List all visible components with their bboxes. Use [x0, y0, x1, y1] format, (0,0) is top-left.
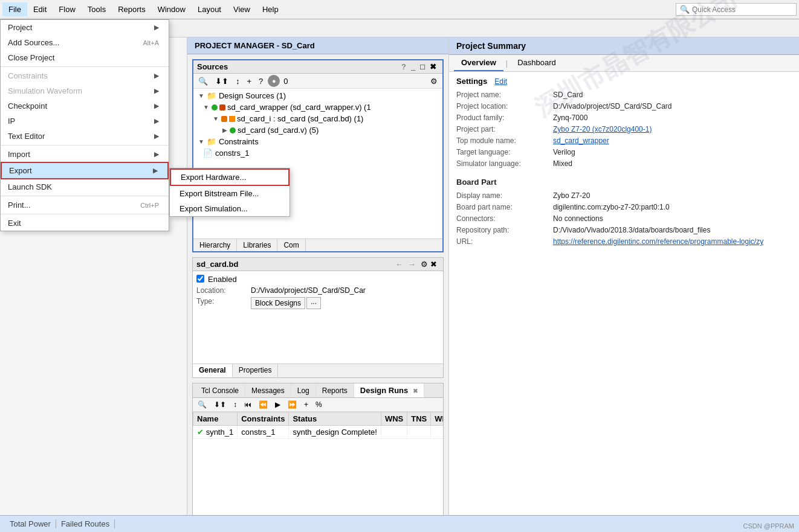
fm-add-sources[interactable]: Add Sources... Alt+A — [1, 35, 169, 50]
constrs-1-item[interactable]: 📄 constrs_1 — [193, 147, 442, 159]
sources-panel: Sources ? _ □ ✖ 🔍 ⬇⬆ ↕ + ? ● 0 ⚙ ▼ 📁 — [192, 59, 444, 252]
project-name-value: SD_Card — [553, 91, 583, 99]
sources-tab-hierarchy[interactable]: Hierarchy — [193, 239, 237, 251]
status-bottom: Total Power Failed Routes — [0, 515, 799, 532]
fm-close-project[interactable]: Close Project — [1, 50, 169, 65]
project-location-value: D:/Vivado/project/SD_Card/SD_Card — [553, 102, 672, 111]
bd-tab-properties[interactable]: Properties — [233, 364, 279, 377]
repo-path-row: Repository path: D:/Vivado/Vivado/2018.3… — [456, 226, 792, 234]
bt-add-btn[interactable]: + — [302, 399, 311, 410]
quick-access-input[interactable] — [692, 5, 792, 14]
bd-nav-forward[interactable]: → — [408, 260, 416, 269]
sources-search-btn[interactable]: 🔍 — [196, 75, 210, 87]
export-bitstream[interactable]: Export Bitstream File... — [170, 186, 290, 201]
bd-nav-back[interactable]: ← — [395, 260, 403, 269]
sources-close-icon[interactable]: ✖ — [430, 62, 436, 71]
sources-add-btn[interactable]: + — [245, 75, 254, 87]
fm-sep-4 — [1, 214, 169, 214]
menu-flow[interactable]: Flow — [53, 2, 81, 16]
fm-export[interactable]: Export ▶ — [1, 162, 169, 179]
tab-reports[interactable]: Reports — [316, 384, 354, 397]
fm-launch-sdk[interactable]: Launch SDK — [1, 179, 169, 194]
fm-checkpoint[interactable]: Checkpoint ▶ — [1, 98, 169, 114]
tab-design-runs[interactable]: Design Runs ✖ — [354, 383, 424, 397]
card-item[interactable]: ▶ sd_card (sd_card.v) (5) — [193, 124, 442, 136]
sources-info-btn[interactable]: ? — [256, 75, 265, 87]
fm-print[interactable]: Print... Ctrl+P — [1, 197, 169, 213]
product-family-label: Product family: — [456, 114, 553, 122]
fm-project[interactable]: Project ▶ — [1, 20, 169, 35]
bt-search-btn[interactable]: 🔍 — [195, 399, 209, 410]
menu-help[interactable]: Help — [256, 2, 285, 16]
sources-settings-btn[interactable]: ⚙ — [428, 75, 440, 87]
sources-collapse-btn[interactable]: ⬇⬆ — [213, 75, 231, 87]
bt-prev-btn[interactable]: ⏪ — [256, 399, 270, 410]
summary-tab-dashboard[interactable]: Dashboard — [510, 55, 563, 71]
design-sources-group[interactable]: ▼ 📁 Design Sources (1) — [193, 90, 442, 101]
menu-window[interactable]: Window — [152, 2, 192, 16]
tab-tcl-console[interactable]: Tcl Console — [195, 384, 245, 397]
sources-tab-libraries[interactable]: Libraries — [237, 239, 277, 251]
bt-percent-btn[interactable]: % — [313, 399, 325, 410]
bt-filter-btn[interactable]: ↕ — [231, 399, 239, 410]
bd-settings-btn[interactable]: ⚙ — [421, 260, 428, 269]
row-tns — [407, 426, 431, 439]
tab-messages[interactable]: Messages — [245, 384, 291, 397]
bd-type-more-btn[interactable]: ··· — [306, 297, 321, 309]
menu-file[interactable]: File — [2, 2, 27, 16]
bd-close-btn[interactable]: ✖ — [430, 260, 437, 269]
bd-content: Enabled Location: D:/Vivado/project/SD_C… — [193, 271, 443, 364]
fm-import[interactable]: Import ▶ — [1, 147, 169, 162]
fm-text-editor[interactable]: Text Editor ▶ — [1, 129, 169, 144]
sources-minimize-icon[interactable]: _ — [411, 62, 415, 71]
summary-tab-overview[interactable]: Overview — [454, 55, 503, 71]
tab-design-runs-close[interactable]: ✖ — [413, 388, 418, 394]
right-panel: Project Summary Overview | Dashboard Set… — [448, 37, 799, 532]
sources-help-icon[interactable]: ? — [401, 62, 406, 71]
bd-type-value[interactable]: Block Designs — [251, 297, 305, 309]
bd-tab-general[interactable]: General — [193, 364, 233, 377]
tab-log[interactable]: Log — [291, 384, 316, 397]
edit-link[interactable]: Edit — [494, 77, 507, 86]
connectors-row: Connectors: No connections — [456, 214, 792, 223]
export-hardware[interactable]: Export Hardware... — [170, 168, 290, 186]
bt-first-btn[interactable]: ⏮ — [242, 399, 254, 410]
top-module-label: Top module name: — [456, 136, 553, 145]
menu-tools[interactable]: Tools — [82, 2, 112, 16]
sources-tabs: Hierarchy Libraries Com — [193, 239, 442, 251]
fm-exit[interactable]: Exit — [1, 216, 169, 231]
url-value[interactable]: https://reference.digilentinc.com/refere… — [553, 237, 763, 246]
dot-green-1 — [212, 104, 218, 111]
bottom-tabs-panel: Tcl Console Messages Log Reports Design … — [192, 383, 444, 532]
sources-tab-com[interactable]: Com — [277, 239, 305, 251]
row-check-icon: ✔ — [197, 428, 204, 437]
quick-access-bar[interactable]: 🔍 — [676, 3, 797, 16]
menu-layout[interactable]: Layout — [192, 2, 227, 16]
wrapper-item[interactable]: ▼ sd_card_wrapper (sd_card_wrapper.v) (1 — [193, 101, 442, 113]
sources-circle: ● — [268, 75, 280, 87]
sources-expand-btn[interactable]: ↕ — [233, 75, 242, 87]
fm-exit-label: Exit — [8, 219, 159, 228]
row-name: ✔ synth_1 — [193, 426, 238, 439]
sources-restore-icon[interactable]: □ — [420, 62, 425, 71]
constraints-group[interactable]: ▼ 📁 Constraints — [193, 136, 442, 147]
fm-ip[interactable]: IP ▶ — [1, 114, 169, 129]
menu-edit[interactable]: Edit — [27, 2, 53, 16]
table-row[interactable]: ✔ synth_1 constrs_1 synth_design Complet… — [193, 426, 444, 439]
col-tns: TNS — [407, 412, 431, 426]
menu-reports[interactable]: Reports — [112, 2, 152, 16]
url-row: URL: https://reference.digilentinc.com/r… — [456, 237, 792, 246]
top-module-value[interactable]: sd_card_wrapper — [553, 136, 609, 145]
bt-play-btn[interactable]: ▶ — [273, 399, 283, 410]
bd-type-label: Type: — [196, 297, 251, 306]
card-i-arrow: ▼ — [213, 115, 219, 122]
bt-sort-btn[interactable]: ⬇⬆ — [212, 399, 228, 410]
fm-add-sources-shortcut: Alt+A — [143, 39, 159, 46]
export-simulation[interactable]: Export Simulation... — [170, 201, 290, 216]
constrs-1-label: constrs_1 — [215, 149, 249, 158]
project-part-value[interactable]: Zybo Z7-20 (xc7z020clg400-1) — [553, 125, 652, 133]
bt-next-btn[interactable]: ⏩ — [285, 399, 299, 410]
card-i-item[interactable]: ▼ sd_card_i : sd_card (sd_card.bd) (1) — [193, 113, 442, 124]
menu-view[interactable]: View — [227, 2, 256, 16]
bd-enabled-checkbox[interactable] — [196, 275, 204, 283]
